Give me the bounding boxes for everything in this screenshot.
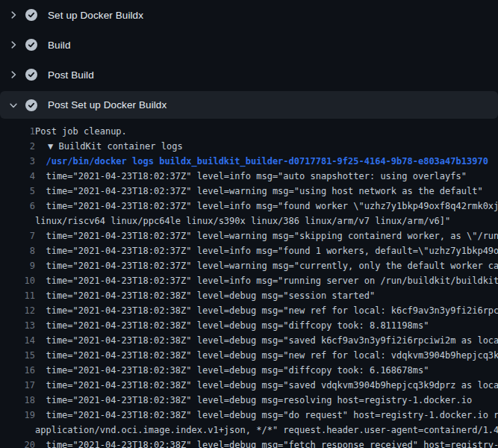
log-line: 9 time="2021-04-23T18:02:37Z" level=warn… [0, 258, 498, 273]
log-text: BuildKit container logs [53, 139, 182, 154]
log-line: 17 time="2021-04-23T18:02:38Z" level=deb… [0, 378, 498, 393]
step-title: Post Set up Docker Buildx [48, 99, 166, 111]
log-text: time="2021-04-23T18:02:38Z" level=debug … [35, 393, 472, 408]
line-number[interactable]: 16 [0, 363, 35, 378]
log-line: 10 time="2021-04-23T18:02:37Z" level=inf… [0, 273, 498, 288]
log-line: 12 time="2021-04-23T18:02:38Z" level=deb… [0, 303, 498, 318]
log-line: 4 time="2021-04-23T18:02:37Z" level=info… [0, 169, 498, 184]
line-number[interactable]: 8 [0, 243, 35, 258]
line-number[interactable]: 11 [0, 288, 35, 303]
log-text: time="2021-04-23T18:02:38Z" level=debug … [35, 288, 375, 303]
log-text: time="2021-04-23T18:02:38Z" level=debug … [35, 333, 498, 348]
line-number[interactable]: 4 [0, 169, 35, 184]
line-number[interactable]: 6 [0, 199, 35, 214]
log-group-toggle-icon[interactable]: ▼ [48, 139, 53, 154]
log-line: 7 time="2021-04-23T18:02:37Z" level=warn… [0, 228, 498, 243]
check-circle-icon [25, 69, 37, 81]
step-title: Build [48, 40, 71, 51]
line-number[interactable]: 18 [0, 393, 35, 408]
line-number[interactable]: 17 [0, 378, 35, 393]
log-line: 5 time="2021-04-23T18:02:37Z" level=warn… [0, 184, 498, 199]
log-text: time="2021-04-23T18:02:38Z" level=debug … [35, 348, 498, 363]
log-line: application/vnd.oci.image.index.v1+json,… [0, 423, 498, 438]
check-circle-icon [25, 9, 37, 21]
log-text: application/vnd.oci.image.index.v1+json,… [35, 423, 498, 438]
line-number[interactable]: 10 [0, 273, 35, 288]
chevron-right-icon [8, 10, 19, 20]
log-line: 18 time="2021-04-23T18:02:38Z" level=deb… [0, 393, 498, 408]
log-line: 11 time="2021-04-23T18:02:38Z" level=deb… [0, 288, 498, 303]
step-list: Set up Docker Buildx Build [0, 0, 498, 119]
log-line: 14 time="2021-04-23T18:02:38Z" level=deb… [0, 333, 498, 348]
log-text: time="2021-04-23T18:02:38Z" level=debug … [35, 438, 498, 448]
log-text: time="2021-04-23T18:02:38Z" level=debug … [35, 318, 429, 333]
chevron-right-icon [8, 69, 19, 80]
line-number[interactable]: 5 [0, 184, 35, 199]
log-text: linux/riscv64 linux/ppc64le linux/s390x … [35, 214, 450, 228]
line-number[interactable]: 14 [0, 333, 35, 348]
log-text: time="2021-04-23T18:02:38Z" level=debug … [35, 363, 429, 378]
line-number[interactable]: 7 [0, 228, 35, 243]
log-line: 2 ▼ BuildKit container logs [0, 139, 498, 154]
log-area: 1 Post job cleanup. 2 ▼ BuildKit contain… [0, 119, 498, 448]
step-header-post-set-up-docker-buildx[interactable]: Post Set up Docker Buildx [0, 91, 498, 119]
line-number[interactable]: 3 [0, 154, 35, 169]
check-circle-icon [25, 39, 37, 51]
log-text: time="2021-04-23T18:02:37Z" level=info m… [35, 199, 498, 214]
log-text: time="2021-04-23T18:02:37Z" level=info m… [35, 243, 498, 258]
log-text: /usr/bin/docker logs buildx_buildkit_bui… [35, 154, 488, 169]
line-number[interactable]: 12 [0, 303, 35, 318]
chevron-right-icon [8, 40, 19, 50]
step-header-build[interactable]: Build [0, 30, 498, 60]
log-line: 3 /usr/bin/docker logs buildx_buildkit_b… [0, 154, 498, 169]
log-text: time="2021-04-23T18:02:37Z" level=info m… [35, 273, 498, 288]
log-line: 19 time="2021-04-23T18:02:38Z" level=deb… [0, 408, 498, 423]
log-line: 1 Post job cleanup. [0, 124, 498, 139]
log-line: linux/riscv64 linux/ppc64le linux/s390x … [0, 214, 498, 228]
log-line: 6 time="2021-04-23T18:02:37Z" level=info… [0, 199, 498, 214]
log-line: 15 time="2021-04-23T18:02:38Z" level=deb… [0, 348, 498, 363]
log-line: 16 time="2021-04-23T18:02:38Z" level=deb… [0, 363, 498, 378]
line-number[interactable]: 1 [0, 124, 35, 139]
log-text: time="2021-04-23T18:02:38Z" level=debug … [35, 408, 498, 423]
line-number[interactable]: 13 [0, 318, 35, 333]
log-text: Post job cleanup. [35, 124, 127, 139]
log-text: time="2021-04-23T18:02:37Z" level=info m… [35, 169, 467, 184]
line-number[interactable]: 20 [0, 438, 35, 448]
step-header-set-up-docker-buildx[interactable]: Set up Docker Buildx [0, 0, 498, 30]
step-title: Set up Docker Buildx [48, 10, 143, 21]
log-text: time="2021-04-23T18:02:38Z" level=debug … [35, 303, 498, 318]
line-number[interactable] [0, 214, 35, 228]
log-text: time="2021-04-23T18:02:37Z" level=warnin… [35, 228, 498, 243]
log-text: time="2021-04-23T18:02:38Z" level=debug … [35, 378, 498, 393]
step-title: Post Build [48, 69, 94, 81]
step-header-post-build[interactable]: Post Build [0, 60, 498, 90]
line-number[interactable]: 2 [0, 139, 35, 154]
check-circle-icon [25, 99, 37, 111]
log-line: 13 time="2021-04-23T18:02:38Z" level=deb… [0, 318, 498, 333]
log-text: time="2021-04-23T18:02:37Z" level=warnin… [35, 258, 498, 273]
line-number[interactable]: 19 [0, 408, 35, 423]
actions-log-viewer: Set up Docker Buildx Build [0, 0, 498, 448]
line-number[interactable]: 15 [0, 348, 35, 363]
chevron-down-icon [8, 100, 19, 111]
line-number[interactable] [0, 423, 35, 438]
line-number[interactable]: 9 [0, 258, 35, 273]
log-text: time="2021-04-23T18:02:37Z" level=warnin… [35, 184, 483, 199]
log-line: 8 time="2021-04-23T18:02:37Z" level=info… [0, 243, 498, 258]
log-line: 20 time="2021-04-23T18:02:38Z" level=deb… [0, 438, 498, 448]
